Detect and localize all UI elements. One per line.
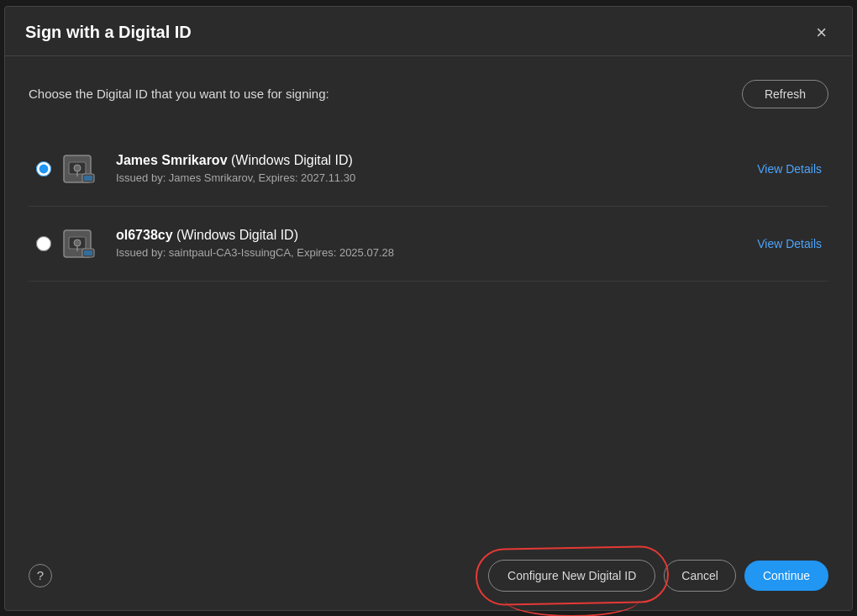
radio-wrapper-2	[29, 236, 59, 251]
id-name-2: ol6738cy (Windows Digital ID)	[116, 228, 750, 243]
dialog-footer: ? Configure New Digital ID Cancel Contin…	[5, 545, 852, 610]
radio-wrapper-1	[29, 161, 59, 176]
view-details-button-2[interactable]: View Details	[750, 234, 828, 254]
id-item-1: James Smrikarov (Windows Digital ID) Iss…	[29, 132, 828, 207]
refresh-button[interactable]: Refresh	[742, 80, 828, 108]
svg-point-8	[74, 240, 81, 246]
id-icon-1	[59, 147, 103, 191]
dialog-header: Sign with a Digital ID ×	[5, 7, 852, 56]
id-list: James Smrikarov (Windows Digital ID) Iss…	[29, 132, 828, 282]
configure-new-digital-id-button[interactable]: Configure New Digital ID	[488, 560, 655, 592]
radio-id1[interactable]	[36, 161, 51, 176]
svg-point-2	[74, 165, 81, 171]
id-issued-1: Issued by: James Smrikarov, Expires: 202…	[116, 171, 750, 184]
sign-digital-id-dialog: Sign with a Digital ID × Choose the Digi…	[4, 6, 853, 611]
continue-button[interactable]: Continue	[744, 561, 828, 591]
help-button[interactable]: ?	[29, 564, 52, 587]
dialog-title: Sign with a Digital ID	[25, 23, 192, 42]
id-info-2: ol6738cy (Windows Digital ID) Issued by:…	[116, 228, 750, 259]
id-item-2: ol6738cy (Windows Digital ID) Issued by:…	[29, 207, 828, 282]
cancel-button[interactable]: Cancel	[664, 560, 736, 592]
footer-right: Configure New Digital ID Cancel Continue	[488, 560, 828, 592]
svg-rect-10	[84, 250, 92, 255]
id-icon-2	[59, 222, 103, 266]
top-row: Choose the Digital ID that you want to u…	[29, 80, 828, 108]
dialog-body: Choose the Digital ID that you want to u…	[5, 56, 852, 545]
id-info-1: James Smrikarov (Windows Digital ID) Iss…	[116, 153, 750, 184]
id-name-1: James Smrikarov (Windows Digital ID)	[116, 153, 750, 168]
svg-rect-4	[84, 176, 92, 181]
choose-text: Choose the Digital ID that you want to u…	[29, 87, 329, 101]
radio-id2[interactable]	[36, 236, 51, 251]
close-button[interactable]: ×	[811, 22, 832, 44]
view-details-button-1[interactable]: View Details	[750, 159, 828, 179]
id-issued-2: Issued by: saintpaul-CA3-IssuingCA, Expi…	[116, 246, 750, 259]
configure-wrapper: Configure New Digital ID	[488, 560, 655, 592]
